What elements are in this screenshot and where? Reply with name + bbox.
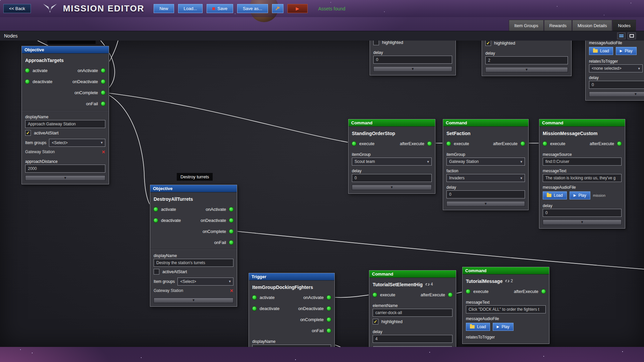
delay-input[interactable] (543, 209, 622, 217)
node-command-tutorial-message[interactable]: Command TutorialMessage 2 execute afterE… (462, 267, 549, 344)
node-header[interactable]: Command (539, 119, 625, 127)
highlighted-checkbox[interactable] (373, 41, 379, 45)
load-audio-button[interactable]: Load (589, 47, 613, 55)
save-button[interactable]: Save (207, 4, 233, 13)
delay-input[interactable] (352, 174, 432, 182)
node-header[interactable]: Command (463, 267, 549, 275)
item-group-select[interactable]: Scout team (352, 158, 432, 166)
back-button[interactable]: << Back (3, 4, 31, 13)
node-scroll-slider[interactable] (154, 298, 233, 303)
approach-distance-input[interactable] (25, 165, 105, 173)
node-header[interactable]: Objective (150, 185, 237, 192)
highlighted-checkbox[interactable]: ✓ (485, 41, 491, 46)
delay-input[interactable] (446, 190, 525, 198)
delay-input[interactable] (373, 56, 452, 64)
display-name-input[interactable] (252, 345, 331, 347)
display-name-input[interactable] (25, 120, 105, 128)
port-onactivate-output[interactable] (229, 207, 234, 212)
port-activate-input[interactable] (153, 207, 158, 212)
load-audio-button[interactable]: Load (466, 323, 490, 331)
port-onactivate-output[interactable] (326, 295, 331, 300)
port-onfail-output[interactable] (326, 328, 331, 333)
tab-mission-details[interactable]: Mission Details (572, 20, 612, 31)
message-text-input[interactable] (543, 174, 622, 182)
port-afterexecute-output[interactable] (427, 141, 432, 146)
port-execute-input[interactable] (352, 141, 357, 146)
port-onfail-output[interactable] (101, 101, 106, 106)
port-oncomplete-output[interactable] (101, 90, 106, 95)
load-button[interactable]: Load... (178, 4, 203, 13)
remove-item-group-button[interactable] (102, 149, 105, 155)
port-ondeactivate-output[interactable] (101, 79, 106, 84)
port-execute-input[interactable] (466, 289, 471, 294)
panel-layout-button[interactable] (617, 33, 626, 39)
play-audio-button[interactable]: ▶ Play (570, 191, 590, 199)
node-scroll-slider[interactable] (373, 346, 452, 347)
element-name-input[interactable] (373, 309, 452, 317)
port-execute-input[interactable] (542, 141, 547, 146)
faction-select[interactable]: Invaders (446, 174, 525, 182)
port-oncomplete-output[interactable] (326, 317, 331, 322)
node-scroll-slider[interactable] (589, 92, 644, 97)
save-as-button[interactable]: Save as... (237, 4, 268, 13)
item-group-select[interactable]: Gateway Station (446, 158, 525, 166)
port-oncomplete-output[interactable] (229, 229, 234, 234)
node-header[interactable]: Command (369, 270, 456, 278)
item-groups-select[interactable]: <Select> (49, 139, 105, 147)
load-audio-button[interactable]: Load (543, 191, 567, 199)
delay-input[interactable] (373, 335, 452, 343)
port-activate-input[interactable] (25, 68, 30, 73)
node-fragment-top-b[interactable]: ✓ highlighted delay (482, 41, 572, 76)
node-fragment-top-a[interactable]: highlighted delay (370, 41, 456, 75)
node-header[interactable]: Trigger (249, 273, 334, 281)
message-source-input[interactable] (543, 158, 622, 166)
highlighted-checkbox[interactable]: ✓ (373, 319, 378, 324)
node-scroll-slider[interactable] (446, 201, 525, 206)
tab-item-groups[interactable]: Item Groups (509, 20, 544, 31)
node-header[interactable]: Command (443, 119, 528, 127)
message-text-input[interactable] (466, 305, 546, 313)
node-command-mission-message-custom[interactable]: Command MissionMessageCustom execute aft… (539, 119, 625, 229)
item-groups-select[interactable]: <Select> (177, 278, 233, 286)
tab-rewards[interactable]: Rewards (544, 20, 572, 31)
node-header[interactable]: Objective (22, 46, 109, 54)
node-graph-canvas[interactable]: Destroy turrets Objective ApproachTarget… (0, 41, 644, 347)
port-afterexecute-output[interactable] (541, 289, 546, 294)
play-audio-button[interactable]: ▶ Play (616, 47, 637, 55)
active-at-start-checkbox[interactable]: ✓ (25, 130, 31, 136)
node-scroll-slider[interactable] (485, 67, 568, 72)
display-name-input[interactable] (154, 259, 233, 267)
node-command-tutorial-set-element[interactable]: Command TutorialSetElementHig 4 execute … (369, 270, 456, 347)
port-execute-input[interactable] (446, 141, 451, 146)
node-scroll-slider[interactable] (25, 175, 105, 181)
node-objective-destroy-all-turrets[interactable]: Objective DestroyAllTurrets activate onA… (150, 185, 237, 307)
node-fragment-top-right[interactable]: messageAudioFile Load ▶ Play relatesToTr… (585, 41, 644, 101)
remove-item-group-button[interactable] (230, 288, 233, 293)
new-button[interactable]: New (154, 4, 174, 13)
active-at-start-checkbox[interactable] (154, 269, 159, 275)
port-ondeactivate-output[interactable] (229, 218, 234, 223)
play-audio-button[interactable]: ▶ Play (493, 323, 514, 331)
node-scroll-slider[interactable] (373, 66, 452, 72)
node-command-standing-order-stop[interactable]: Command StandingOrderStop execute afterE… (348, 119, 435, 194)
node-scroll-slider[interactable] (352, 185, 432, 190)
node-scroll-slider[interactable] (543, 220, 622, 225)
port-afterexecute-output[interactable] (617, 141, 622, 146)
panel-window-button[interactable] (628, 33, 636, 39)
port-onactivate-output[interactable] (101, 68, 106, 73)
node-command-set-faction[interactable]: Command SetFaction execute afterExecute … (443, 119, 529, 210)
port-deactivate-input[interactable] (25, 79, 30, 84)
port-execute-input[interactable] (372, 292, 377, 297)
node-trigger-docking-fighters[interactable]: Trigger ItemGroupDockingFighters activat… (249, 273, 335, 347)
tab-nodes[interactable]: Nodes (612, 20, 636, 31)
delay-input[interactable] (485, 56, 568, 64)
relates-to-trigger-select[interactable]: <none selected> (589, 64, 643, 72)
port-deactivate-input[interactable] (252, 306, 257, 311)
settings-button[interactable] (272, 4, 283, 13)
node-objective-approach-targets[interactable]: Objective ApproachTargets activate onAct… (21, 46, 109, 184)
port-afterexecute-output[interactable] (448, 292, 453, 297)
port-onfail-output[interactable] (229, 240, 234, 245)
port-activate-input[interactable] (252, 295, 257, 300)
port-ondeactivate-output[interactable] (326, 306, 331, 311)
node-header[interactable]: Command (348, 119, 435, 127)
